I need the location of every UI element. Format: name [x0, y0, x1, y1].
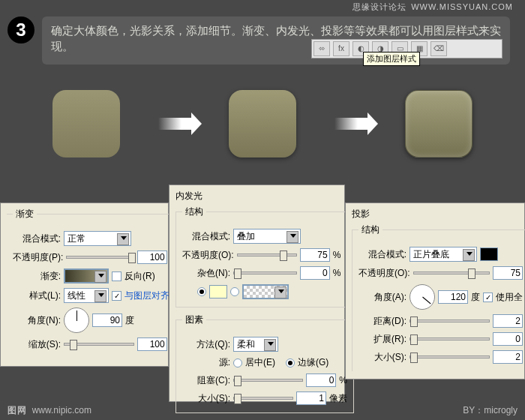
blend-mode-select[interactable]: 正常 [64, 231, 131, 246]
angle-dial[interactable] [410, 284, 435, 310]
step-number: 3 [8, 16, 34, 44]
opacity-slider[interactable] [66, 256, 134, 259]
shadow-color-swatch[interactable] [480, 248, 498, 261]
glow-gradient-picker[interactable] [242, 284, 289, 299]
noise-slider[interactable] [233, 272, 297, 274]
inner-glow-panel: 内发光 结构 混合模式: 叠加 不透明度(O): 75 % 杂色(N): 0 %… [169, 184, 345, 402]
reverse-checkbox[interactable] [112, 272, 122, 281]
gradient-radio[interactable] [230, 287, 239, 296]
size-input[interactable]: 2 [493, 350, 523, 364]
gradient-picker[interactable] [64, 268, 109, 284]
opacity-input[interactable]: 100 [137, 250, 167, 264]
opacity-slider[interactable] [413, 272, 490, 274]
size-slider[interactable] [233, 397, 293, 400]
distance-input[interactable]: 2 [493, 314, 523, 328]
footer: 图网 www.nipic.com BY：microgly [8, 404, 518, 417]
preview-stage-2 [229, 90, 296, 158]
fx-icon[interactable]: fx [333, 41, 350, 56]
global-light-checkbox[interactable]: ✓ [483, 292, 493, 302]
size-slider[interactable] [410, 356, 490, 358]
blend-mode-select[interactable]: 正片叠底 [410, 247, 477, 262]
icon-progression [52, 90, 472, 158]
preview-stage-3 [405, 90, 472, 158]
blend-mode-select[interactable]: 叠加 [233, 229, 301, 244]
spread-input[interactable]: 0 [493, 332, 523, 346]
angle-dial[interactable] [64, 308, 89, 333]
opacity-input[interactable]: 75 [493, 266, 523, 280]
color-radio[interactable] [197, 287, 206, 296]
scale-slider[interactable] [64, 343, 134, 346]
spread-slider[interactable] [410, 338, 490, 340]
source-center-radio[interactable] [233, 358, 242, 368]
choke-slider[interactable] [233, 379, 303, 382]
opacity-slider[interactable] [237, 254, 297, 256]
angle-input[interactable]: 120 [438, 290, 468, 304]
arrow-icon [334, 118, 368, 130]
drop-shadow-panel: 投影 结构 混合模式: 正片叠底 不透明度(O): 75 角度(A): 120 … [345, 202, 525, 380]
instruction-bar: 3 确定大体颜色，光影关系，添加细节。渐变、内发光、投影等等效果都可以用图层样式… [8, 16, 510, 64]
scale-input[interactable]: 100 [137, 338, 167, 351]
panel-title: 渐变 [13, 208, 37, 220]
opacity-input[interactable]: 75 [300, 248, 330, 262]
panel-title: 内发光 [176, 190, 338, 202]
noise-input[interactable]: 0 [300, 266, 330, 280]
source-edge-radio[interactable] [286, 358, 295, 368]
trash-icon[interactable]: ⌫ [430, 41, 447, 56]
technique-select[interactable]: 柔和 [233, 337, 278, 352]
align-checkbox[interactable]: ✓ [112, 291, 122, 301]
distance-slider[interactable] [410, 320, 490, 322]
watermark: 思缘设计论坛WWW.MISSYUAN.COM [352, 2, 518, 13]
arrow-icon [158, 118, 191, 130]
panel-title: 投影 [352, 208, 518, 220]
instruction-box: 确定大体颜色，光影关系，添加细节。渐变、内发光、投影等等效果都可以用图层样式来实… [42, 16, 510, 64]
link-icon[interactable]: ⬄ [314, 41, 330, 56]
preview-stage-1 [52, 90, 120, 158]
size-input[interactable]: 1 [296, 392, 326, 405]
style-select[interactable]: 线性 [64, 288, 109, 303]
choke-input[interactable]: 0 [306, 374, 336, 387]
tooltip-add-layer-style: 添加图层样式 [363, 52, 420, 66]
angle-input[interactable]: 90 [92, 314, 122, 327]
glow-color-swatch[interactable] [209, 285, 227, 298]
gradient-panel: 渐变 混合模式: 正常 不透明度(P): 100 % 渐变: 反向(R) 样式(… [0, 202, 169, 367]
